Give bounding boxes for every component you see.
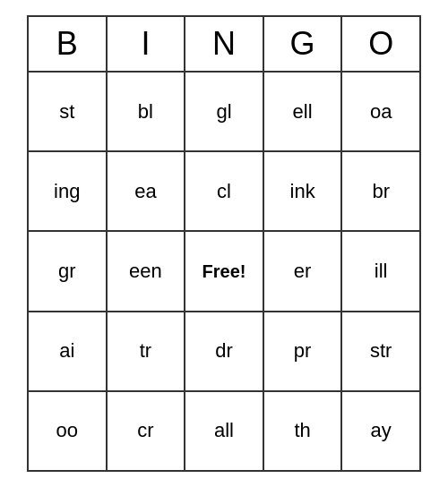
bingo-cell-0-1: bl <box>108 73 186 150</box>
header-cell-i: I <box>108 17 186 71</box>
bingo-header: BINGO <box>29 17 419 73</box>
bingo-cell-3-2: dr <box>185 312 264 390</box>
bingo-cell-4-3: th <box>264 392 343 470</box>
bingo-cell-3-3: pr <box>264 312 343 390</box>
bingo-cell-0-4: oa <box>342 73 419 150</box>
bingo-cell-2-3: er <box>264 232 343 310</box>
bingo-cell-0-3: ell <box>264 73 343 150</box>
bingo-cell-3-0: ai <box>29 312 108 390</box>
header-cell-n: N <box>185 17 264 71</box>
header-cell-o: O <box>342 17 419 71</box>
header-cell-b: B <box>29 17 108 71</box>
bingo-body: stblglelloaingeaclinkbrgreenFree!erillai… <box>29 73 419 470</box>
bingo-cell-4-4: ay <box>342 392 419 470</box>
bingo-cell-2-0: gr <box>29 232 108 310</box>
bingo-cell-4-0: oo <box>29 392 108 470</box>
bingo-row-1: ingeaclinkbr <box>29 152 419 232</box>
bingo-cell-1-1: ea <box>108 152 186 230</box>
bingo-row-0: stblglelloa <box>29 73 419 152</box>
bingo-cell-4-2: all <box>185 392 264 470</box>
bingo-card: BINGO stblglelloaingeaclinkbrgreenFree!e… <box>27 15 421 472</box>
bingo-row-3: aitrdrprstr <box>29 312 419 392</box>
bingo-cell-1-3: ink <box>264 152 343 230</box>
bingo-cell-1-0: ing <box>29 152 108 230</box>
header-cell-g: G <box>264 17 343 71</box>
bingo-cell-0-2: gl <box>185 73 264 150</box>
bingo-cell-0-0: st <box>29 73 108 150</box>
bingo-cell-3-1: tr <box>108 312 186 390</box>
bingo-row-4: oocrallthay <box>29 392 419 470</box>
bingo-cell-2-4: ill <box>342 232 419 310</box>
bingo-row-2: greenFree!erill <box>29 232 419 312</box>
bingo-cell-1-2: cl <box>185 152 264 230</box>
bingo-cell-3-4: str <box>342 312 419 390</box>
bingo-cell-2-2: Free! <box>185 232 264 310</box>
bingo-cell-1-4: br <box>342 152 419 230</box>
bingo-cell-4-1: cr <box>108 392 186 470</box>
bingo-cell-2-1: een <box>108 232 186 310</box>
